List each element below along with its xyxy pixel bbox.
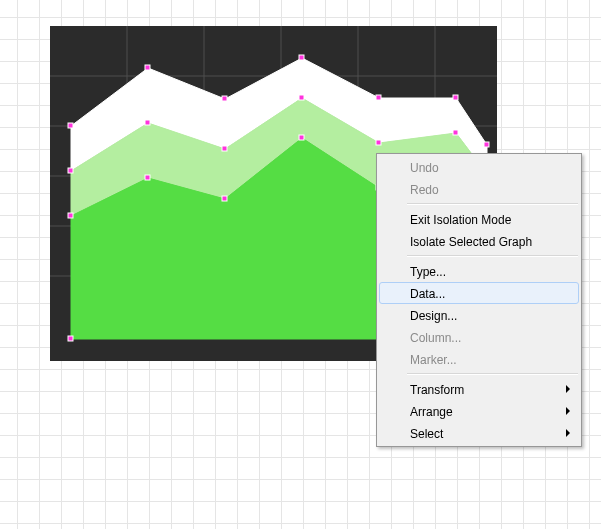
menu-marker: Marker... xyxy=(379,348,579,370)
menu-label: Data... xyxy=(410,287,445,301)
menu-exit-isolation[interactable]: Exit Isolation Mode xyxy=(379,208,579,230)
artboard[interactable]: Undo Redo Exit Isolation Mode Isolate Se… xyxy=(0,0,601,529)
menu-separator xyxy=(407,255,578,257)
menu-label: Redo xyxy=(410,183,439,197)
menu-select[interactable]: Select xyxy=(379,422,579,444)
chevron-right-icon xyxy=(566,429,570,437)
menu-label: Arrange xyxy=(410,405,453,419)
menu-label: Design... xyxy=(410,309,457,323)
menu-column: Column... xyxy=(379,326,579,348)
menu-label: Type... xyxy=(410,265,446,279)
svg-rect-24 xyxy=(68,213,73,218)
menu-label: Undo xyxy=(410,161,439,175)
context-menu: Undo Redo Exit Isolation Mode Isolate Se… xyxy=(376,153,582,447)
svg-rect-15 xyxy=(453,95,458,100)
chevron-right-icon xyxy=(566,385,570,393)
svg-rect-31 xyxy=(68,336,73,341)
menu-label: Transform xyxy=(410,383,464,397)
menu-redo: Redo xyxy=(379,178,579,200)
menu-label: Exit Isolation Mode xyxy=(410,213,511,227)
svg-rect-27 xyxy=(299,135,304,140)
svg-rect-25 xyxy=(145,175,150,180)
svg-rect-26 xyxy=(222,196,227,201)
chevron-right-icon xyxy=(566,407,570,415)
svg-rect-10 xyxy=(68,123,73,128)
svg-rect-20 xyxy=(299,95,304,100)
svg-rect-22 xyxy=(453,130,458,135)
svg-rect-12 xyxy=(222,96,227,101)
svg-rect-17 xyxy=(68,168,73,173)
menu-separator xyxy=(407,203,578,205)
svg-rect-19 xyxy=(222,146,227,151)
menu-label: Isolate Selected Graph xyxy=(410,235,532,249)
menu-type[interactable]: Type... xyxy=(379,260,579,282)
svg-rect-11 xyxy=(145,65,150,70)
menu-data[interactable]: Data... xyxy=(379,282,579,304)
menu-isolate-graph[interactable]: Isolate Selected Graph xyxy=(379,230,579,252)
menu-design[interactable]: Design... xyxy=(379,304,579,326)
svg-rect-16 xyxy=(484,142,489,147)
svg-rect-21 xyxy=(376,140,381,145)
menu-label: Marker... xyxy=(410,353,457,367)
menu-arrange[interactable]: Arrange xyxy=(379,400,579,422)
menu-transform[interactable]: Transform xyxy=(379,378,579,400)
menu-label: Column... xyxy=(410,331,461,345)
menu-undo: Undo xyxy=(379,156,579,178)
svg-rect-14 xyxy=(376,95,381,100)
menu-separator xyxy=(407,373,578,375)
menu-label: Select xyxy=(410,427,443,441)
svg-rect-13 xyxy=(299,55,304,60)
svg-rect-18 xyxy=(145,120,150,125)
